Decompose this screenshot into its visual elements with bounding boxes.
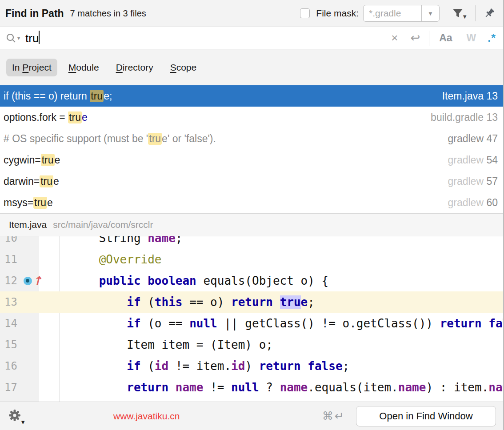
pin-icon[interactable] <box>483 7 496 20</box>
code-text: public boolean equals(Object o) { <box>39 270 503 291</box>
results-list: if (this == o) return true;Item.java 13o… <box>0 85 503 213</box>
toolbar-divider <box>475 5 476 21</box>
watermark-link[interactable]: www.javatiku.cn <box>113 411 180 422</box>
line-number: 16 <box>0 355 39 377</box>
match-case-toggle[interactable]: Aa <box>432 32 459 44</box>
code-text: Item item = (Item) o; <box>39 334 503 355</box>
line-number: 17 <box>0 377 39 398</box>
line-number: 13 <box>0 291 39 313</box>
result-row[interactable]: if (this == o) return true;Item.java 13 <box>0 85 503 107</box>
insert-newline-icon[interactable]: ↩ <box>404 31 426 45</box>
preview-file-path: src/main/java/com/srcclr <box>53 219 153 230</box>
code-line: 12↑ public boolean equals(Object o) { <box>0 270 503 291</box>
search-options-divider <box>429 31 429 46</box>
code-text: return name != null ? name.equals(item.n… <box>39 377 503 398</box>
result-row[interactable]: cygwin=truegradlew 54 <box>0 149 503 171</box>
result-row[interactable]: msys=truegradlew 60 <box>0 192 503 213</box>
code-line: 14 if (o == null || getClass() != o.getC… <box>0 313 503 334</box>
result-text: # OS specific support (must be 'true' or… <box>0 133 448 145</box>
result-text: if (this == o) return true; <box>0 90 442 102</box>
filter-caret-icon: ▼ <box>462 13 468 20</box>
code-line: 17 return name != null ? name.equals(ite… <box>0 377 503 398</box>
result-file-location: gradlew 57 <box>448 175 503 187</box>
clear-search-icon[interactable]: × <box>385 31 404 45</box>
footer-bar: ▼ www.javatiku.cn ⌘↵ Open in Find Window <box>0 402 503 430</box>
gear-icon[interactable]: ▼ <box>8 409 21 424</box>
find-in-path-dialog: Find in Path 7 matches in 3 files File m… <box>0 0 504 430</box>
text-cursor <box>39 31 40 44</box>
line-number: 15 <box>0 334 39 355</box>
result-text: options.fork = true <box>0 111 431 123</box>
code-line: 15 Item item = (Item) o; <box>0 334 503 355</box>
search-bar: ▾ tru × ↩ Aa W .* <box>0 27 503 49</box>
result-file-location: gradlew 54 <box>448 154 503 166</box>
gear-caret-icon: ▼ <box>20 419 26 426</box>
file-mask-checkbox[interactable] <box>300 8 310 18</box>
scope-tab-in-project[interactable]: In Project <box>6 59 57 76</box>
file-mask-combo[interactable]: *.gradle ▼ <box>363 5 440 22</box>
preview-file-name: Item.java <box>9 219 47 230</box>
filter-icon[interactable]: ▼ <box>452 8 464 19</box>
code-line: 13 if (this == o) return true; <box>0 291 503 313</box>
title-bar: Find in Path 7 matches in 3 files File m… <box>0 0 503 27</box>
line-number: 12↑ <box>0 270 39 291</box>
search-input[interactable]: tru <box>25 31 40 45</box>
code-preview[interactable]: 10 String name;11 @Override12↑ public bo… <box>0 236 503 402</box>
line-number: 10 <box>0 236 39 249</box>
code-text: String name; <box>39 236 503 249</box>
scope-tabs: In ProjectModuleDirectoryScope <box>0 49 503 85</box>
search-icon[interactable]: ▾ <box>5 32 20 44</box>
open-in-find-window-button[interactable]: Open in Find Window <box>356 406 496 426</box>
chevron-down-icon[interactable]: ▼ <box>421 5 439 21</box>
result-row[interactable]: darwin=truegradlew 57 <box>0 171 503 192</box>
result-file-location: build.gradle 13 <box>431 111 503 123</box>
search-history-caret-icon: ▾ <box>17 35 20 41</box>
code-text: if (this == o) return true; <box>39 291 503 313</box>
code-text: if (o == null || getClass() != o.getClas… <box>39 313 503 334</box>
scope-tab-module[interactable]: Module <box>63 59 105 76</box>
code-line: 11 @Override <box>0 249 503 270</box>
code-line: 16 if (id != item.id) return false; <box>0 355 503 377</box>
result-text: cygwin=true <box>0 154 448 166</box>
preview-header: Item.java src/main/java/com/srcclr <box>0 213 503 236</box>
code-text: if (id != item.id) return false; <box>39 355 503 377</box>
result-row[interactable]: options.fork = truebuild.gradle 13 <box>0 107 503 128</box>
file-mask-label: File mask: <box>316 8 359 19</box>
regex-toggle[interactable]: .* <box>483 32 503 44</box>
scope-tab-scope[interactable]: Scope <box>164 59 203 76</box>
result-row[interactable]: # OS specific support (must be 'true' or… <box>0 128 503 149</box>
code-line: 10 String name; <box>0 236 503 249</box>
line-number: 11 <box>0 249 39 270</box>
match-summary: 7 matches in 3 files <box>70 8 146 19</box>
result-text: msys=true <box>0 197 448 209</box>
result-file-location: Item.java 13 <box>442 90 503 102</box>
result-file-location: gradlew 47 <box>448 133 503 145</box>
line-number: 14 <box>0 313 39 334</box>
result-text: darwin=true <box>0 175 448 187</box>
result-file-location: gradlew 60 <box>448 197 503 209</box>
whole-words-toggle[interactable]: W <box>460 32 484 44</box>
scope-tab-directory[interactable]: Directory <box>110 59 159 76</box>
file-mask-value: *.gradle <box>364 8 421 19</box>
code-text: @Override <box>39 249 503 270</box>
dialog-title: Find in Path <box>5 8 64 20</box>
shortcut-hint: ⌘↵ <box>322 410 345 422</box>
